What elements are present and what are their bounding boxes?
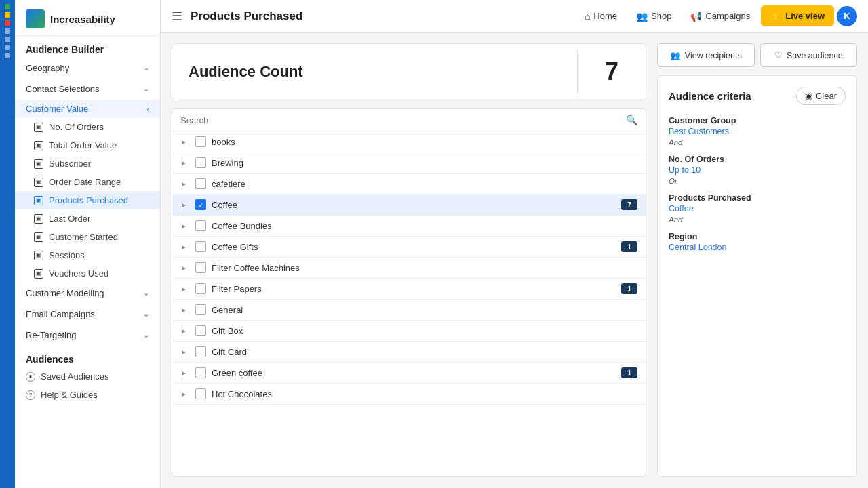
sidebar-item-total-order-value[interactable]: ▣Total Order Value [15,136,160,155]
user-avatar[interactable]: K [837,6,857,26]
criteria-section: No. Of OrdersUp to 10Or [669,155,846,185]
email-campaigns-label: Email Campaigns [26,309,95,319]
product-checkbox[interactable] [195,304,206,315]
clear-button[interactable]: ◉ Clear [796,87,846,105]
clear-icon: ◉ [805,91,812,101]
product-checkbox[interactable] [195,262,206,273]
product-name: Hot Chocolates [212,389,637,399]
live-view-button[interactable]: ⚡ Live view [761,5,834,26]
sidebar-item-products-purchased[interactable]: ▣Products Purchased [15,191,160,209]
product-name: Brewing [212,158,637,168]
email-campaigns-header[interactable]: Email Campaigns ⌄ [15,304,160,325]
product-row[interactable]: ►Filter Coffee Machines [172,258,646,279]
save-audience-button[interactable]: ♡ Save audience [760,43,858,67]
criteria-connector: And [669,138,846,146]
search-input[interactable] [180,115,620,125]
criteria-item-label: Region [669,232,846,241]
re-targeting-header[interactable]: Re-Targeting ⌄ [15,325,160,346]
campaigns-nav-link[interactable]: 📢 Campaigns [682,7,758,26]
sidebar-item-subscriber[interactable]: ▣Subscriber [15,155,160,173]
criteria-item-value: Best Customers [669,127,846,136]
audiences-section-title: Audiences [15,346,160,367]
product-checkbox[interactable] [195,346,206,357]
page-title: Products Purchased [191,9,568,23]
sidebar-item-last-order[interactable]: ▣Last Order [15,209,160,228]
app-icon-bar [0,0,15,488]
product-checkbox[interactable] [195,241,206,252]
product-row[interactable]: ►Coffee7 [172,195,646,216]
contact-selections-label: Contact Selections [26,84,99,94]
criteria-header: Audience criteria ◉ Clear [669,87,846,105]
product-row[interactable]: ►Filter Papers1 [172,279,646,300]
geography-label: Geography [26,63,69,73]
sidebar-item-icon: ▣ [34,251,43,260]
criteria-item-value: Up to 10 [669,165,846,175]
contact-selections-header[interactable]: Contact Selections ⌄ [15,79,160,100]
product-row[interactable]: ►Gift Card [172,342,646,363]
live-view-icon: ⚡ [770,11,781,21]
home-icon: ⌂ [585,11,590,22]
criteria-item-label: Products Purchased [669,193,846,203]
re-targeting-label: Re-Targeting [26,330,76,340]
expand-arrow-icon: ► [180,138,190,146]
expand-arrow-icon: ► [180,201,190,209]
sidebar-item-sessions[interactable]: ▣Sessions [15,246,160,264]
customer-modelling-header[interactable]: Customer Modelling ⌄ [15,283,160,304]
hamburger-icon[interactable]: ☰ [172,9,182,24]
sidebar-item-order-date-range[interactable]: ▣Order Date Range [15,173,160,191]
criteria-item-label: No. Of Orders [669,155,846,164]
shop-nav-link[interactable]: 👥 Shop [628,7,679,26]
sidebar-item-vouchers-used[interactable]: ▣Vouchers Used [15,264,160,283]
criteria-connector: Or [669,177,846,185]
customer-value-header[interactable]: Customer Value ‹ [15,100,160,118]
product-checkbox[interactable] [195,388,206,399]
logo-area: Increasability [15,0,160,36]
center-panel: Audience Count 7 🔍 ►books►Brewing►cafeti… [172,43,646,477]
user-initial: K [844,11,850,21]
saved-audiences-icon: ● [26,372,35,382]
help-guides-item[interactable]: ? Help & Guides [15,386,160,404]
icon-dot-orange [5,20,10,26]
product-row[interactable]: ►Brewing [172,152,646,174]
product-row[interactable]: ►Gift Box [172,321,646,342]
sidebar-item-icon: ▣ [34,232,43,242]
icon-dot-yellow [5,12,10,18]
audience-count-label: Audience Count [172,49,578,94]
product-checkbox[interactable] [195,157,206,168]
expand-arrow-icon: ► [180,369,190,377]
product-row[interactable]: ►Green coffee1 [172,363,646,384]
product-list-card: 🔍 ►books►Brewing►cafetiere►Coffee7►Coffe… [172,108,646,477]
view-recipients-button[interactable]: 👥 View recipients [657,43,755,67]
product-row[interactable]: ►cafetiere [172,174,646,195]
criteria-items: Customer GroupBest CustomersAndNo. Of Or… [669,116,846,252]
product-checkbox[interactable] [195,325,206,336]
product-name: Filter Coffee Machines [212,263,637,273]
product-checkbox[interactable] [195,178,206,189]
criteria-title: Audience criteria [669,90,751,102]
saved-audiences-item[interactable]: ● Saved Audiences [15,367,160,386]
product-checkbox[interactable] [195,136,206,147]
product-row[interactable]: ►Coffee Gifts1 [172,237,646,258]
live-view-label: Live view [785,11,825,21]
product-badge: 7 [621,199,637,210]
icon-dot-2 [5,37,10,42]
geography-header[interactable]: Geography ⌄ [15,58,160,79]
product-checkbox[interactable] [195,220,206,231]
home-nav-link[interactable]: ⌂ Home [576,7,625,26]
product-name: Green coffee [212,368,616,378]
icon-dot-3 [5,45,10,50]
product-name: Gift Card [212,347,637,357]
product-row[interactable]: ►General [172,300,646,321]
sidebar-item-no.-of-orders[interactable]: ▣No. Of Orders [15,118,160,136]
sidebar-item-customer-started[interactable]: ▣Customer Started [15,228,160,246]
product-checkbox[interactable] [195,283,206,294]
product-checkbox[interactable] [195,367,206,378]
criteria-item-value: Coffee [669,204,846,214]
expand-arrow-icon: ► [180,306,190,314]
product-checkbox[interactable] [195,199,206,210]
product-row[interactable]: ►Coffee Bundles [172,216,646,237]
product-row[interactable]: ►books [172,131,646,152]
contact-selections-chevron: ⌄ [143,85,149,94]
product-row[interactable]: ►Hot Chocolates [172,384,646,405]
re-targeting-group: Re-Targeting ⌄ [15,325,160,346]
